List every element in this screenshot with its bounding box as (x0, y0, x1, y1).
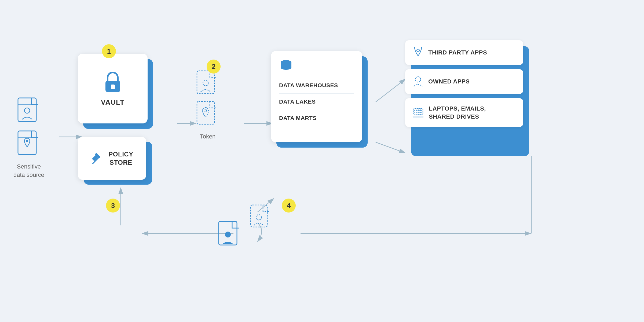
vault-label: VAULT (101, 98, 125, 107)
policy-card-front: POLICY STORE (78, 137, 146, 180)
destinations-group: THIRD PARTY APPS OWNED APPS (405, 40, 529, 156)
dest-card-third-party: THIRD PARTY APPS (405, 40, 523, 65)
policy-store-group: POLICY STORE (78, 137, 153, 185)
warehouse-card-front: DATA WAREHOUSES DATA LAKES DATA MARTS (271, 51, 362, 142)
sensitive-label: Sensitive data source (13, 163, 44, 179)
svg-rect-25 (197, 101, 214, 124)
dest-card-stack: THIRD PARTY APPS OWNED APPS (405, 40, 529, 156)
vault-group: 1 VAULT (78, 54, 153, 185)
database-icon (279, 59, 293, 73)
svg-point-28 (417, 49, 419, 52)
diagram-container: Sensitive data source 1 VAULT (0, 0, 644, 322)
doc-location-icon (17, 130, 41, 158)
dest-card-laptops: LAPTOPS, EMAILS, SHARED DRIVES (405, 98, 523, 127)
svg-line-6 (376, 142, 405, 153)
svg-point-41 (256, 215, 261, 220)
dest-label-owned-apps: OWNED APPS (428, 78, 470, 85)
token-docs: Token (196, 70, 219, 140)
svg-point-17 (26, 140, 28, 142)
svg-rect-19 (111, 85, 115, 89)
token-group: 2 Token (196, 70, 219, 140)
lock-icon (103, 71, 123, 93)
laptop-icon (413, 107, 424, 119)
token-doc-person-icon (196, 70, 219, 97)
person-icon (413, 76, 423, 87)
doc-person-icon (17, 97, 41, 125)
location-pin-icon (413, 47, 423, 58)
bottom-doc-person-solid-icon (217, 220, 241, 248)
vault-card-stack: VAULT (78, 54, 153, 129)
dest-label-laptops: LAPTOPS, EMAILS, SHARED DRIVES (429, 105, 486, 120)
warehouse-item-1: DATA LAKES (279, 94, 354, 110)
svg-line-5 (376, 79, 405, 102)
svg-point-26 (204, 109, 207, 112)
bottom-doc-person-dashed-icon (250, 204, 272, 230)
svg-rect-15 (18, 131, 36, 155)
bottom-doc-dashed (250, 204, 272, 231)
sensitive-data-source: Sensitive data source (13, 97, 44, 179)
warehouse-item-0: DATA WAREHOUSES (279, 77, 354, 94)
gavel-icon (91, 152, 104, 165)
token-doc-location-icon (196, 100, 219, 127)
step-4-badge: 4 (282, 199, 296, 213)
warehouse-item-2: DATA MARTS (279, 110, 354, 126)
bottom-doc-solid (217, 220, 241, 249)
svg-point-39 (225, 232, 231, 237)
dest-label-third-party: THIRD PARTY APPS (428, 49, 487, 56)
dest-card-owned-apps: OWNED APPS (405, 69, 523, 94)
step-3-badge: 3 (106, 199, 120, 213)
svg-point-24 (203, 80, 208, 86)
svg-point-29 (415, 77, 421, 82)
warehouse-group: DATA WAREHOUSES DATA LAKES DATA MARTS (271, 51, 368, 148)
step-1-badge: 1 (102, 44, 116, 58)
step-2-badge: 2 (207, 60, 221, 74)
token-label: Token (200, 133, 216, 140)
svg-rect-12 (18, 98, 36, 122)
svg-point-14 (24, 108, 30, 113)
svg-rect-23 (197, 71, 214, 94)
dest-cards: THIRD PARTY APPS OWNED APPS (405, 40, 523, 127)
vault-card-front: VAULT (78, 54, 148, 123)
warehouse-card-stack: DATA WAREHOUSES DATA LAKES DATA MARTS (271, 51, 368, 148)
policy-store-label: POLICY STORE (108, 150, 133, 167)
